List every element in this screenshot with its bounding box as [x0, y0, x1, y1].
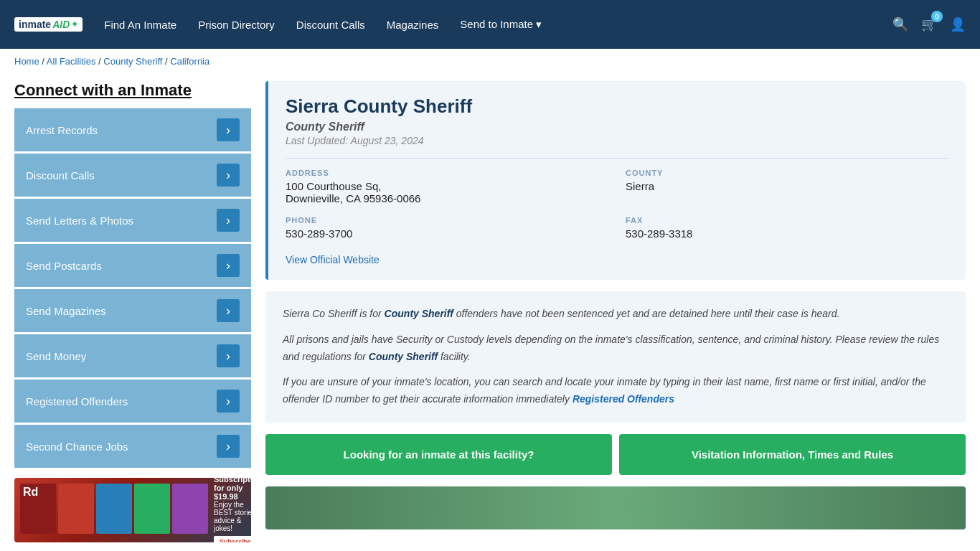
- ad-headline: 1-Year Subscription for only $19.98: [214, 478, 251, 501]
- county-sheriff-link-1[interactable]: County Sheriff: [385, 308, 453, 319]
- address-label: ADDRESS: [286, 169, 608, 177]
- fax-value: 530-289-3318: [626, 227, 948, 240]
- magazine-cover-2: [58, 484, 94, 534]
- cart-badge: 0: [931, 11, 943, 22]
- desc-para3: If you are unsure of your inmate's locat…: [283, 374, 948, 408]
- sidebar: Connect with an Inmate Arrest Records › …: [14, 81, 251, 542]
- sidebar-item-send-letters[interactable]: Send Letters & Photos ›: [14, 199, 251, 242]
- sidebar-item-registered-offenders[interactable]: Registered Offenders ›: [14, 380, 251, 423]
- visitation-info-button[interactable]: Visitation Information, Times and Rules: [619, 434, 966, 475]
- arrow-icon: ›: [217, 435, 240, 458]
- main-content: Sierra County Sheriff County Sheriff Las…: [265, 81, 966, 542]
- sidebar-item-discount-calls[interactable]: Discount Calls ›: [14, 154, 251, 197]
- nav-send-to-inmate[interactable]: Send to Inmate ▾: [460, 18, 542, 31]
- official-website-link[interactable]: View Official Website: [286, 254, 608, 265]
- facility-type: County Sheriff: [286, 121, 948, 133]
- desc-para2-suffix: facility.: [438, 351, 471, 362]
- sidebar-item-send-money[interactable]: Send Money ›: [14, 334, 251, 377]
- desc-para2: All prisons and jails have Security or C…: [283, 331, 948, 366]
- facility-info-grid: ADDRESS 100 Courthouse Sq, Downieville, …: [286, 158, 948, 265]
- phone-value: 530-289-3700: [286, 227, 608, 240]
- main-nav: Find An Inmate Prison Directory Discount…: [104, 18, 871, 31]
- facility-description: Sierra Co Sheriff is for County Sheriff …: [265, 291, 966, 423]
- cart-icon[interactable]: 🛒 0: [921, 17, 937, 32]
- desc-para1-prefix: Sierra Co Sheriff is for: [283, 308, 385, 319]
- arrow-icon: ›: [217, 299, 240, 322]
- sidebar-item-label: Discount Calls: [26, 169, 95, 182]
- county-label: COUNTY: [626, 169, 948, 177]
- county-sheriff-link-2[interactable]: County Sheriff: [369, 351, 438, 362]
- magazine-cover-4: [134, 484, 170, 534]
- fax-label: FAX: [626, 216, 948, 225]
- search-icon[interactable]: 🔍: [892, 17, 908, 32]
- desc-para1: Sierra Co Sheriff is for County Sheriff …: [283, 306, 948, 323]
- sidebar-item-label: Arrest Records: [26, 124, 98, 136]
- site-logo[interactable]: inmate AID ✦: [14, 17, 83, 32]
- breadcrumb-county-sheriff[interactable]: County Sheriff: [103, 56, 162, 67]
- bottom-image: [265, 486, 966, 529]
- breadcrumb-all-facilities[interactable]: All Facilities: [47, 56, 96, 67]
- main-layout: Connect with an Inmate Arrest Records › …: [0, 74, 980, 550]
- magazine-covers: Rd: [20, 484, 208, 537]
- registered-offenders-link[interactable]: Registered Offenders: [573, 393, 674, 405]
- sidebar-title: Connect with an Inmate: [14, 81, 251, 100]
- arrow-icon: ›: [217, 254, 240, 277]
- magazine-cover-1: Rd: [20, 484, 56, 534]
- nav-discount-calls[interactable]: Discount Calls: [296, 19, 365, 31]
- facility-card: Sierra County Sheriff County Sheriff Las…: [265, 81, 966, 280]
- cta-buttons: Looking for an inmate at this facility? …: [265, 434, 966, 475]
- ad-subtext: Enjoy the BEST stories, advice & jokes!: [214, 501, 251, 532]
- sidebar-item-label: Registered Offenders: [26, 395, 128, 408]
- site-header: inmate AID ✦ Find An Inmate Prison Direc…: [0, 0, 980, 49]
- breadcrumb: Home / All Facilities / County Sheriff /…: [0, 49, 980, 74]
- breadcrumb-california[interactable]: California: [170, 56, 209, 67]
- magazine-cover-5: [172, 484, 208, 534]
- fax-block: FAX 530-289-3318: [626, 216, 948, 240]
- arrow-icon: ›: [217, 209, 240, 232]
- breadcrumb-home[interactable]: Home: [14, 56, 39, 67]
- sidebar-item-label: Send Postcards: [26, 260, 102, 272]
- facility-last-updated: Last Updated: August 23, 2024: [286, 135, 948, 146]
- sidebar-item-label: Second Chance Jobs: [26, 441, 128, 453]
- nav-prison-directory[interactable]: Prison Directory: [198, 19, 275, 31]
- user-icon[interactable]: 👤: [950, 17, 966, 32]
- arrow-icon: ›: [217, 118, 240, 141]
- nav-magazines[interactable]: Magazines: [387, 19, 439, 31]
- arrow-icon: ›: [217, 344, 240, 367]
- sidebar-item-label: Send Magazines: [26, 305, 106, 317]
- ad-text: 1-Year Subscription for only $19.98 Enjo…: [214, 478, 251, 542]
- nav-find-inmate[interactable]: Find An Inmate: [104, 19, 176, 31]
- find-inmate-cta-button[interactable]: Looking for an inmate at this facility?: [265, 434, 612, 475]
- county-value: Sierra: [626, 180, 948, 192]
- ad-banner[interactable]: Rd 1-Year Subscription for only $19.98 E…: [14, 478, 251, 542]
- sidebar-item-label: Send Letters & Photos: [26, 215, 133, 227]
- phone-block: PHONE 530-289-3700: [286, 216, 608, 240]
- website-block: View Official Website: [286, 251, 608, 265]
- desc-para1-suffix: offenders have not been sentenced yet an…: [453, 308, 840, 319]
- county-block: COUNTY Sierra: [626, 169, 948, 204]
- ad-subscribe-button[interactable]: Subscribe Now: [214, 536, 251, 543]
- header-icons: 🔍 🛒 0 👤: [892, 17, 966, 32]
- sidebar-item-second-chance-jobs[interactable]: Second Chance Jobs ›: [14, 425, 251, 468]
- sidebar-item-send-postcards[interactable]: Send Postcards ›: [14, 244, 251, 287]
- sidebar-item-label: Send Money: [26, 350, 86, 362]
- arrow-icon: ›: [217, 164, 240, 187]
- address-value: 100 Courthouse Sq, Downieville, CA 95936…: [286, 180, 608, 204]
- arrow-icon: ›: [217, 390, 240, 413]
- facility-name: Sierra County Sheriff: [286, 95, 948, 118]
- address-block: ADDRESS 100 Courthouse Sq, Downieville, …: [286, 169, 608, 204]
- sidebar-item-arrest-records[interactable]: Arrest Records ›: [14, 108, 251, 151]
- sidebar-item-send-magazines[interactable]: Send Magazines ›: [14, 289, 251, 332]
- magazine-cover-3: [96, 484, 132, 534]
- phone-label: PHONE: [286, 216, 608, 225]
